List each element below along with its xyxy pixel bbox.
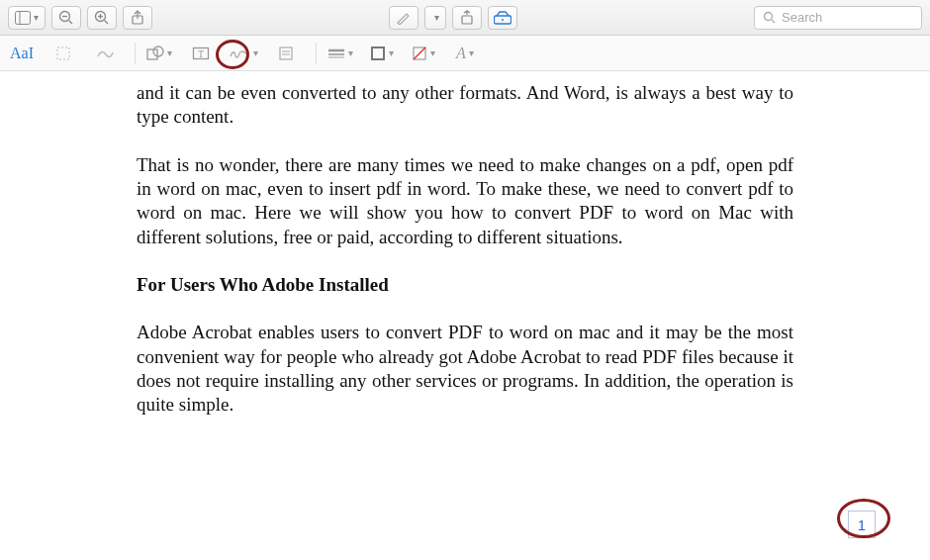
document-text: and it can be even converted to any othe… (137, 81, 793, 417)
border-color-icon (370, 46, 386, 61)
sign-icon (229, 47, 250, 60)
paragraph: That is no wonder, there are many times … (137, 153, 793, 249)
page-number-field[interactable]: 1 (848, 511, 876, 538)
text-style-button[interactable]: AaI (8, 41, 36, 66)
share-icon (131, 10, 144, 26)
search-input[interactable]: Search (754, 6, 922, 30)
text-box-icon: T (192, 46, 210, 61)
document-page: and it can be even converted to any othe… (8, 71, 922, 560)
search-icon (763, 11, 776, 24)
svg-text:T: T (198, 48, 204, 59)
sketch-icon (96, 47, 114, 60)
chevron-down-icon: ▾ (253, 47, 258, 58)
svg-rect-17 (147, 49, 157, 59)
top-toolbar: ▾ ▾ Search (0, 0, 930, 36)
sketch-tool-button[interactable] (91, 41, 119, 66)
line-style-button[interactable]: ▾ (326, 41, 354, 66)
line-style-icon (327, 47, 345, 59)
chevron-down-icon: ▾ (389, 47, 394, 58)
border-color-button[interactable]: ▾ (368, 41, 396, 66)
svg-rect-16 (57, 47, 69, 59)
highlight-dropdown[interactable]: ▾ (424, 6, 446, 30)
svg-rect-21 (280, 47, 292, 59)
svg-rect-0 (16, 11, 31, 24)
font-tool-button[interactable]: A ▾ (451, 41, 479, 66)
svg-rect-27 (372, 47, 384, 59)
sidebar-toggle-button[interactable]: ▾ (8, 6, 46, 30)
svg-line-3 (69, 20, 73, 24)
search-placeholder: Search (782, 10, 822, 25)
note-icon (278, 46, 294, 61)
markup-toolbar: AaI ▾ T ▾ ▾ (0, 36, 930, 71)
highlight-icon (396, 11, 412, 25)
text-box-tool-button[interactable]: T (187, 41, 215, 66)
selection-icon (55, 46, 71, 61)
share-button[interactable] (123, 6, 152, 30)
svg-point-14 (765, 13, 773, 21)
rotate-button[interactable] (452, 6, 482, 30)
sign-tool-button[interactable]: ▾ (229, 41, 258, 66)
selection-tool-button[interactable] (49, 41, 77, 66)
svg-rect-11 (462, 16, 472, 24)
chevron-down-icon: ▾ (348, 47, 353, 58)
shapes-tool-button[interactable]: ▾ (145, 41, 173, 66)
fill-color-button[interactable]: ▾ (410, 41, 437, 66)
document-viewport[interactable]: and it can be even converted to any othe… (0, 71, 930, 560)
chevron-down-icon: ▾ (167, 47, 172, 58)
page-number-value: 1 (858, 516, 866, 533)
chevron-down-icon: ▾ (469, 47, 474, 58)
chevron-down-icon: ▾ (434, 12, 439, 23)
divider (135, 43, 136, 64)
markup-icon (494, 11, 512, 25)
highlight-button[interactable] (389, 6, 418, 30)
svg-point-18 (153, 47, 163, 56)
markup-toolbar-button[interactable] (488, 6, 517, 30)
paragraph-partial: and it can be even converted to any othe… (137, 81, 793, 130)
sidebar-icon (15, 11, 31, 25)
zoom-out-button[interactable] (51, 6, 81, 30)
section-heading: For Users Who Adobe Installed (137, 273, 793, 297)
paragraph: Adobe Acrobat enables users to convert P… (137, 321, 793, 417)
rotate-icon (460, 10, 474, 26)
svg-line-15 (772, 20, 775, 23)
fill-color-icon (412, 46, 427, 61)
text-style-label: AaI (10, 45, 34, 62)
zoom-in-icon (94, 10, 110, 26)
svg-point-13 (502, 19, 504, 21)
chevron-down-icon: ▾ (34, 12, 39, 23)
divider (316, 43, 317, 64)
zoom-out-icon (58, 10, 74, 26)
font-icon: A (456, 45, 466, 62)
chevron-down-icon: ▾ (430, 47, 435, 58)
svg-line-6 (105, 20, 109, 24)
note-tool-button[interactable] (272, 41, 300, 66)
shapes-icon (146, 46, 164, 61)
zoom-in-button[interactable] (87, 6, 117, 30)
